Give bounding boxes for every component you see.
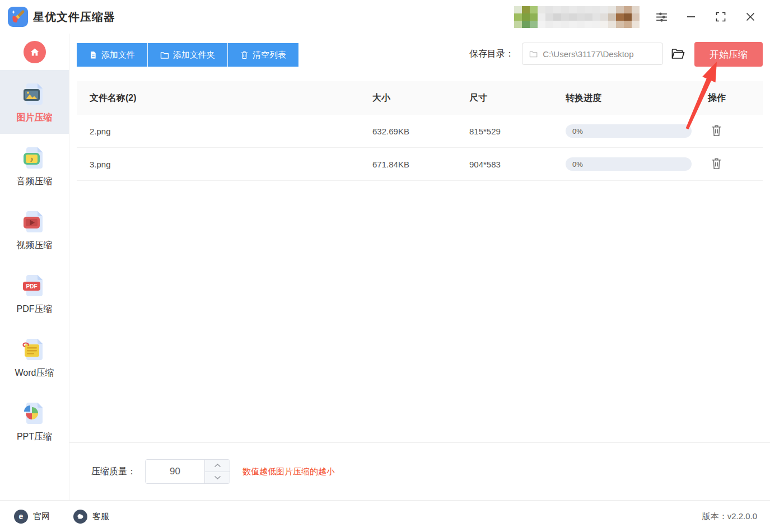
progress-text: 0% xyxy=(572,160,583,169)
quality-input[interactable] xyxy=(146,460,204,483)
video-file-icon xyxy=(21,208,48,235)
sidebar-item-pdf-compress[interactable]: PDF PDF压缩 xyxy=(0,262,69,325)
file-size: 671.84KB xyxy=(372,160,469,169)
add-folder-button[interactable]: 添加文件夹 xyxy=(148,43,228,67)
quality-stepper xyxy=(145,459,230,484)
image-file-icon xyxy=(21,81,48,108)
toolbar: 添加文件 添加文件夹 清空列表 保存目录： xyxy=(69,34,770,81)
e-glyph: e xyxy=(19,512,24,521)
header-file-name: 文件名称(2) xyxy=(77,92,372,104)
progress-bar: 0% xyxy=(566,157,692,171)
start-compress-button[interactable]: 开始压缩 xyxy=(694,42,763,67)
word-file-icon xyxy=(21,336,48,363)
ppt-file-icon xyxy=(21,400,48,427)
file-size: 632.69KB xyxy=(372,127,469,136)
browse-folder-button[interactable] xyxy=(670,46,685,61)
sidebar-item-label: 视频压缩 xyxy=(17,240,53,251)
table-row: 3.png 671.84KB 904*583 0% xyxy=(77,148,763,181)
official-site-link[interactable]: e 官网 xyxy=(14,510,50,524)
file-dimensions: 815*529 xyxy=(469,127,566,136)
trash-icon xyxy=(711,124,722,137)
progress-bar: 0% xyxy=(566,124,692,138)
minimize-button[interactable] xyxy=(684,10,698,24)
save-path-input[interactable] xyxy=(543,49,657,59)
quality-decrease-button[interactable] xyxy=(205,472,230,484)
title-bar: 星优文件压缩器 xyxy=(0,0,770,34)
app-title: 星优文件压缩器 xyxy=(33,10,115,25)
sidebar-item-audio-compress[interactable]: ♪ 音频压缩 xyxy=(0,134,69,198)
sidebar-item-word-compress[interactable]: Word压缩 xyxy=(0,325,69,389)
quality-hint: 数值越低图片压缩的越小 xyxy=(242,466,335,477)
clear-list-button[interactable]: 清空列表 xyxy=(228,43,298,67)
sidebar-item-video-compress[interactable]: 视频压缩 xyxy=(0,198,69,262)
user-info-blurred xyxy=(514,6,640,28)
header-progress: 转换进度 xyxy=(566,92,708,104)
delete-file-button[interactable] xyxy=(710,156,724,172)
pdf-file-icon: PDF xyxy=(21,272,48,299)
file-table: 文件名称(2) 大小 尺寸 转换进度 操作 2.png 632.69KB 815… xyxy=(77,81,763,181)
trash-icon xyxy=(711,157,722,170)
close-button[interactable] xyxy=(743,10,758,24)
clear-list-label: 清空列表 xyxy=(253,50,286,60)
save-dir-label: 保存目录： xyxy=(469,48,514,60)
main-content: 添加文件 添加文件夹 清空列表 保存目录： xyxy=(69,34,770,500)
sidebar-item-label: Word压缩 xyxy=(15,367,54,379)
delete-file-button[interactable] xyxy=(710,123,724,139)
file-name: 3.png xyxy=(77,160,372,169)
browser-e-icon: e xyxy=(14,510,28,524)
sidebar-item-label: 图片压缩 xyxy=(17,112,53,124)
file-icon xyxy=(89,50,97,59)
table-header-row: 文件名称(2) 大小 尺寸 转换进度 操作 xyxy=(77,81,763,115)
footer: e 官网 客服 版本：v2.2.0.0 xyxy=(0,500,770,532)
customer-service-link[interactable]: 客服 xyxy=(73,510,109,524)
sidebar-item-label: PPT压缩 xyxy=(17,431,52,443)
file-dimensions: 904*583 xyxy=(469,160,566,169)
header-actions: 操作 xyxy=(708,92,763,104)
open-folder-icon xyxy=(670,46,685,61)
sidebar-item-label: PDF压缩 xyxy=(17,304,53,315)
progress-text: 0% xyxy=(572,127,583,136)
svg-text:PDF: PDF xyxy=(26,283,37,290)
folder-icon xyxy=(160,51,169,59)
file-name: 2.png xyxy=(77,127,372,136)
version-text: 版本：v2.2.0.0 xyxy=(702,511,757,522)
quality-panel: 压缩质量： 数值越低图片压缩的越小 xyxy=(69,442,770,500)
maximize-button[interactable] xyxy=(713,10,728,24)
home-button[interactable] xyxy=(24,41,46,63)
add-file-button[interactable]: 添加文件 xyxy=(77,43,148,67)
quality-increase-button[interactable] xyxy=(205,460,230,472)
svg-text:♪: ♪ xyxy=(30,155,34,164)
official-site-label: 官网 xyxy=(33,511,50,522)
chat-bubble-icon xyxy=(73,510,87,524)
app-logo-icon xyxy=(8,7,28,27)
header-dimensions: 尺寸 xyxy=(469,92,566,104)
add-file-label: 添加文件 xyxy=(101,50,135,60)
sidebar: 图片压缩 ♪ 音频压缩 视频压缩 xyxy=(0,34,69,500)
quality-label: 压缩质量： xyxy=(91,466,136,478)
audio-file-icon: ♪ xyxy=(21,144,48,171)
save-path-input-box[interactable] xyxy=(522,43,663,65)
settings-sliders-icon[interactable] xyxy=(654,10,669,24)
sidebar-item-image-compress[interactable]: 图片压缩 xyxy=(0,70,69,134)
sidebar-item-label: 音频压缩 xyxy=(17,176,53,188)
trash-icon xyxy=(240,50,249,59)
folder-icon xyxy=(529,50,538,58)
header-size: 大小 xyxy=(372,92,469,104)
sidebar-item-ppt-compress[interactable]: PPT压缩 xyxy=(0,389,69,453)
add-folder-label: 添加文件夹 xyxy=(173,50,215,60)
table-row: 2.png 632.69KB 815*529 0% xyxy=(77,115,763,148)
customer-service-label: 客服 xyxy=(92,511,109,522)
home-icon xyxy=(29,46,40,58)
